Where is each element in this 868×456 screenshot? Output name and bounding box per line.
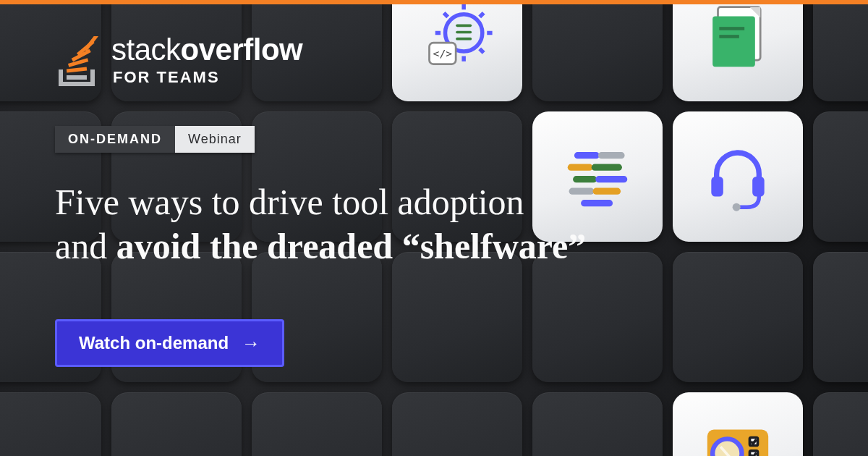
headline-line2-pre: and bbox=[55, 226, 116, 266]
svg-rect-8 bbox=[719, 27, 744, 30]
svg-rect-31 bbox=[68, 58, 88, 67]
brand-name-b: overflow bbox=[181, 33, 303, 67]
brand-text: stackoverflow FOR TEAMS bbox=[111, 35, 302, 87]
cta-label: Watch on-demand bbox=[79, 333, 229, 353]
headline-line1: Five ways to drive tool adoption bbox=[55, 182, 524, 222]
promo-banner: </> bbox=[0, 0, 868, 456]
brand-subtitle: FOR TEAMS bbox=[113, 68, 302, 87]
badge-row: ON-DEMAND Webinar bbox=[55, 126, 255, 153]
headline-line2-bold: avoid the dreaded “shelfware” bbox=[116, 226, 587, 266]
headline: Five ways to drive tool adoption and avo… bbox=[55, 180, 720, 269]
badge-webinar: Webinar bbox=[175, 126, 255, 153]
svg-rect-30 bbox=[67, 67, 87, 73]
arrow-right-icon: → bbox=[242, 334, 260, 352]
brand-name-a: stack bbox=[111, 33, 181, 67]
watch-on-demand-button[interactable]: Watch on-demand → bbox=[55, 319, 284, 367]
content-area: stackoverflow FOR TEAMS ON-DEMAND Webina… bbox=[55, 35, 839, 427]
brand-logo: stackoverflow FOR TEAMS bbox=[55, 35, 839, 87]
svg-rect-1 bbox=[456, 25, 472, 28]
badge-on-demand: ON-DEMAND bbox=[55, 126, 175, 153]
stack-overflow-icon bbox=[55, 36, 101, 87]
accent-top-bar bbox=[0, 0, 868, 4]
svg-rect-34 bbox=[84, 36, 99, 51]
svg-rect-2 bbox=[456, 31, 472, 34]
svg-rect-29 bbox=[67, 75, 87, 80]
